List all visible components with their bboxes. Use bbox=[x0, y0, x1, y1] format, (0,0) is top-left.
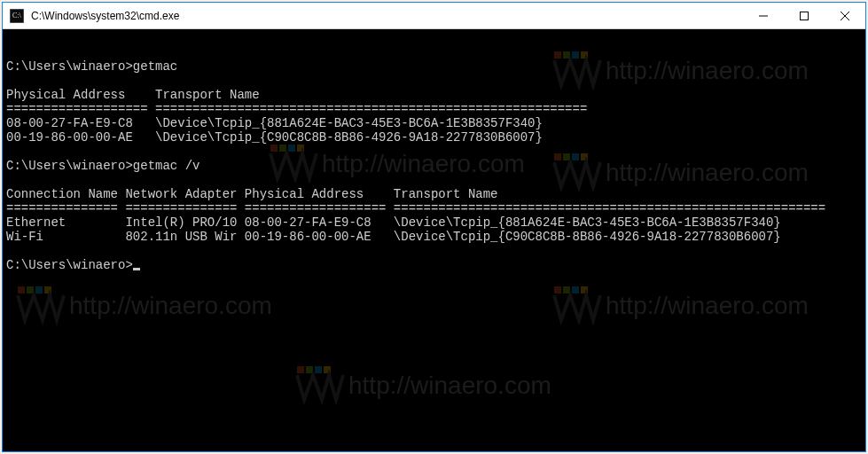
svg-rect-24 bbox=[563, 153, 570, 160]
cursor bbox=[133, 268, 140, 270]
svg-rect-28 bbox=[563, 286, 570, 294]
prompt-line: C:\Users\winaero>getmac bbox=[6, 59, 177, 74]
svg-text:C:\: C:\ bbox=[12, 12, 22, 20]
cmd-icon: C:\ bbox=[10, 9, 24, 23]
svg-rect-11 bbox=[297, 366, 304, 373]
svg-rect-14 bbox=[324, 366, 331, 373]
output-header: Connection Name Network Adapter Physical… bbox=[6, 187, 498, 201]
watermark-text: http://winaero.com bbox=[69, 299, 272, 313]
svg-rect-15 bbox=[554, 51, 561, 59]
svg-rect-17 bbox=[572, 51, 579, 59]
svg-rect-23 bbox=[554, 153, 561, 160]
svg-rect-16 bbox=[563, 51, 570, 59]
prompt: C:\Users\winaero> bbox=[6, 59, 133, 74]
svg-rect-13 bbox=[315, 366, 322, 373]
titlebar[interactable]: C:\ C:\Windows\system32\cmd.exe bbox=[3, 3, 865, 29]
close-button[interactable] bbox=[825, 3, 865, 28]
svg-rect-22 bbox=[297, 145, 304, 152]
output-row: Wi-Fi 802.11n USB Wir 00-19-86-00-00-AE … bbox=[6, 230, 781, 244]
command: getmac bbox=[133, 59, 177, 74]
window-title: C:\Windows\system32\cmd.exe bbox=[29, 10, 743, 22]
window-controls bbox=[743, 3, 865, 28]
svg-rect-8 bbox=[27, 286, 34, 294]
output-header: Physical Address Transport Name bbox=[6, 88, 260, 102]
cmd-window: C:\ C:\Windows\system32\cmd.exe C:\Users… bbox=[2, 2, 866, 452]
prompt-line: C:\Users\winaero> bbox=[6, 258, 140, 272]
output-row: 08-00-27-FA-E9-C8 \Device\Tcpip_{881A624… bbox=[6, 116, 543, 130]
prompt: C:\Users\winaero> bbox=[6, 159, 133, 173]
watermark: http://winaero.com bbox=[552, 153, 809, 192]
minimize-button[interactable] bbox=[743, 3, 784, 28]
svg-rect-19 bbox=[270, 145, 278, 152]
svg-rect-26 bbox=[581, 153, 588, 160]
svg-rect-4 bbox=[801, 12, 809, 20]
svg-rect-25 bbox=[572, 153, 579, 160]
watermark-text: http://winaero.com bbox=[606, 64, 809, 78]
watermark-text: http://winaero.com bbox=[606, 166, 809, 180]
output-sep: =============== =============== ========… bbox=[6, 201, 825, 215]
watermark: http://winaero.com bbox=[269, 145, 525, 184]
watermark-text: http://winaero.com bbox=[606, 299, 809, 313]
command: getmac /v bbox=[133, 159, 200, 173]
svg-rect-7 bbox=[18, 286, 25, 294]
watermark: http://winaero.com bbox=[552, 286, 809, 325]
svg-rect-10 bbox=[44, 286, 51, 294]
watermark: http://winaero.com bbox=[16, 286, 272, 325]
svg-rect-12 bbox=[306, 366, 313, 373]
watermark-text: http://winaero.com bbox=[348, 379, 551, 393]
prompt: C:\Users\winaero> bbox=[6, 258, 133, 272]
maximize-button[interactable] bbox=[784, 3, 825, 28]
svg-rect-30 bbox=[581, 286, 588, 294]
watermark: http://winaero.com bbox=[552, 51, 809, 90]
terminal-area[interactable]: C:\Users\winaero>getmac Physical Address… bbox=[3, 29, 865, 451]
svg-rect-9 bbox=[35, 286, 43, 294]
svg-rect-18 bbox=[581, 51, 588, 59]
output-sep: =================== ====================… bbox=[6, 102, 587, 116]
watermark: http://winaero.com bbox=[295, 366, 551, 405]
svg-rect-21 bbox=[288, 145, 295, 152]
output-row: Ethernet Intel(R) PRO/10 08-00-27-FA-E9-… bbox=[6, 215, 781, 230]
svg-rect-20 bbox=[279, 145, 286, 152]
output-row: 00-19-86-00-00-AE \Device\Tcpip_{C90C8C8… bbox=[6, 130, 543, 145]
watermark-text: http://winaero.com bbox=[322, 157, 525, 171]
prompt-line: C:\Users\winaero>getmac /v bbox=[6, 159, 199, 173]
svg-rect-27 bbox=[554, 286, 561, 294]
svg-rect-29 bbox=[572, 286, 579, 294]
